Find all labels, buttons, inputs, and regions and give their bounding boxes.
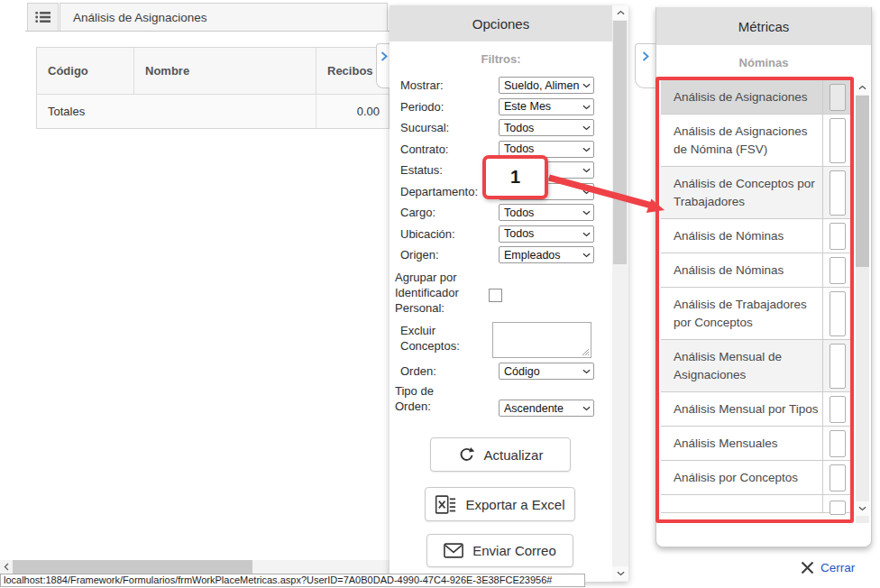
filter-select-value: Este Mes <box>504 100 551 113</box>
tipo-orden-select[interactable]: Ascendente <box>499 400 594 417</box>
metric-item-label: Análisis Mensual de Asignaciones <box>661 340 823 391</box>
metricas-collapse-tab[interactable] <box>635 43 656 88</box>
orden-row: Orden: Código <box>400 363 594 380</box>
metric-item-3[interactable]: Análisis de Nóminas <box>661 219 852 253</box>
drag-handle[interactable] <box>830 257 846 284</box>
status-bar-url: localhost:1884/Framework/Formularios/frm… <box>0 574 585 587</box>
chevron-down-icon <box>582 406 591 411</box>
chevron-down-icon <box>582 83 591 88</box>
metric-handle-cell <box>823 340 852 391</box>
metric-item-label: Análisis por Conceptos <box>661 461 823 494</box>
filter-select-value: Empleados <box>504 249 561 262</box>
filter-select-value: Todos <box>504 122 534 134</box>
table-header-row: Código Nombre Recibos <box>37 48 389 95</box>
chevron-down-icon <box>582 147 591 152</box>
drag-handle[interactable] <box>830 396 846 423</box>
opciones-panel: Opciones Filtros: Mostrar:Sueldo, Alimen… <box>390 5 628 582</box>
tabbar-divider <box>25 31 390 32</box>
horizontal-scroll-thumb[interactable] <box>13 560 252 574</box>
metric-handle-cell <box>823 253 852 287</box>
annotation-callout-1: 1 <box>482 155 548 199</box>
tab-title: Análisis de Asignaciones <box>73 11 207 24</box>
scroll-down-button[interactable] <box>856 501 869 516</box>
metric-item-0[interactable]: Análisis de Asignaciones <box>661 80 852 115</box>
column-header-codigo[interactable]: Código <box>37 48 134 94</box>
filter-select-origen[interactable]: Empleados <box>499 246 594 263</box>
agrupar-checkbox[interactable] <box>489 289 502 302</box>
filter-select-ubicación[interactable]: Todos <box>499 225 594 243</box>
filter-select-mostrar[interactable]: Sueldo, Alimen <box>499 77 594 94</box>
opciones-scrollbar[interactable] <box>612 5 628 582</box>
excluir-conceptos-textarea[interactable] <box>492 322 591 358</box>
app-window: Análisis de Asignaciones Código Nombre R… <box>0 0 880 588</box>
tab-analisis-de-asignaciones[interactable]: Análisis de Asignaciones <box>60 3 388 31</box>
enviar-correo-button[interactable]: Enviar Correo <box>426 534 573 567</box>
filter-row-0: Mostrar:Sueldo, Alimen <box>400 77 612 94</box>
nominas-label: Nóminas <box>656 56 871 69</box>
filter-select-sucursal[interactable]: Todos <box>499 119 594 136</box>
opciones-collapse-tab[interactable] <box>376 43 390 88</box>
drag-handle[interactable] <box>830 430 846 457</box>
enviar-label: Enviar Correo <box>472 543 556 558</box>
metricas-scrollbar[interactable] <box>856 80 869 523</box>
filter-select-cargo[interactable]: Todos <box>499 204 594 221</box>
results-table: Código Nombre Recibos Totales 0.00 <box>36 47 390 129</box>
drag-handle[interactable] <box>830 170 846 216</box>
scroll-up-button[interactable] <box>856 80 869 95</box>
filter-select-periodo[interactable]: Este Mes <box>499 98 594 115</box>
orden-label: Orden: <box>400 364 499 378</box>
scroll-left-button[interactable] <box>0 560 13 574</box>
totales-recibos-value: 0.00 <box>316 95 389 128</box>
metric-item-label: Análisis de Trabajadores por Conceptos <box>661 288 823 339</box>
metric-item-2[interactable]: Análisis de Conceptos por Trabajadores <box>661 167 852 219</box>
drag-handle[interactable] <box>830 464 846 492</box>
close-icon <box>801 561 814 574</box>
cerrar-link[interactable]: Cerrar <box>801 557 855 577</box>
metric-handle-cell <box>823 167 852 218</box>
orden-select[interactable]: Código <box>499 363 594 380</box>
filter-row-6: Cargo:Todos <box>400 204 612 221</box>
metric-handle-cell <box>823 461 852 494</box>
table-row-totales: Totales 0.00 <box>37 95 389 128</box>
chevron-left-icon <box>4 563 9 571</box>
chevron-down-icon <box>858 506 866 511</box>
metricas-title: Métricas <box>738 19 790 34</box>
metric-item-5[interactable]: Análisis de Trabajadores por Conceptos <box>661 288 852 340</box>
column-header-nombre[interactable]: Nombre <box>134 48 316 94</box>
metric-item-4[interactable]: Análisis de Nóminas <box>661 253 852 288</box>
chevron-down-icon <box>582 253 591 258</box>
drag-handle[interactable] <box>830 344 846 389</box>
list-icon <box>35 11 50 23</box>
scroll-up-button[interactable] <box>612 5 628 20</box>
metric-item-8[interactable]: Análisis Mensuales <box>661 427 852 461</box>
drag-handle[interactable] <box>830 291 846 336</box>
filter-select-value: Todos <box>504 227 534 240</box>
totales-label: Totales <box>37 95 316 128</box>
refresh-icon <box>458 446 475 464</box>
metric-item-1[interactable]: Análisis de Asignaciones de Nómina (FSV) <box>661 115 852 167</box>
metric-item-7[interactable]: Análisis Mensual por Tipos <box>661 392 852 427</box>
metric-item-label: Análisis Mensual por Tipos <box>661 392 823 426</box>
metric-item-9[interactable]: Análisis por Conceptos <box>661 461 852 495</box>
filter-select-value: Sueldo, Alimen <box>504 79 579 92</box>
actualizar-button[interactable]: Actualizar <box>430 437 571 472</box>
resize-handle-icon <box>581 347 590 356</box>
orden-value: Código <box>504 365 540 378</box>
excel-icon <box>435 495 456 514</box>
exportar-excel-button[interactable]: Exportar a Excel <box>425 487 575 521</box>
filtros-label: Filtros: <box>390 52 612 66</box>
drag-handle[interactable] <box>830 118 846 163</box>
metric-handle-cell <box>823 219 852 253</box>
filter-row-8: Origen:Empleados <box>400 246 612 263</box>
opciones-scroll-thumb[interactable] <box>613 21 627 264</box>
filter-label: Cargo: <box>400 206 499 219</box>
metric-item-label: Análisis de Conceptos por Trabajadores <box>661 167 823 218</box>
metric-handle-cell <box>823 115 852 166</box>
metricas-scroll-thumb[interactable] <box>856 96 869 267</box>
metric-item-6[interactable]: Análisis Mensual de Asignaciones <box>661 340 852 392</box>
scroll-down-button[interactable] <box>612 566 628 581</box>
filter-select-value: Todos <box>504 142 534 155</box>
drag-handle[interactable] <box>830 84 846 111</box>
list-menu-button[interactable] <box>27 3 59 31</box>
drag-handle[interactable] <box>830 223 846 250</box>
